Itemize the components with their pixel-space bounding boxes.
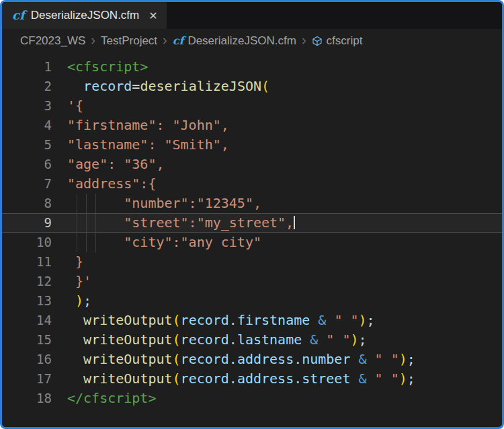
line-number[interactable]: 10 — [2, 233, 67, 252]
line-number[interactable]: 18 — [2, 389, 67, 408]
token-string: "firstname": "John", — [67, 117, 229, 133]
code-line[interactable]: 13 ); — [2, 291, 502, 311]
line-number[interactable]: 12 — [2, 272, 67, 291]
code-line[interactable]: 1<cfscript> — [2, 57, 502, 77]
code-text: "number":"12345", — [67, 194, 502, 213]
code-text: writeOutput(record.address.street & " ")… — [67, 369, 502, 389]
token-plain: ; — [83, 292, 91, 309]
breadcrumb-item-cf2023-ws[interactable]: CF2023_WS — [20, 34, 85, 48]
line-number[interactable]: 17 — [2, 369, 67, 389]
breadcrumb-item-deserializejson-cfm[interactable]: cfDeserializeJSON.cfm — [173, 34, 296, 48]
code-text: record=deserializeJSON( — [67, 77, 502, 96]
code-line[interactable]: 10 "city":"any city" — [2, 233, 502, 252]
token-function: writeOutput — [83, 312, 172, 328]
breadcrumb-separator-icon: › — [302, 33, 306, 46]
code-line[interactable]: 7"address":{ — [2, 174, 502, 194]
code-text: writeOutput(record.firstname & " "); — [67, 311, 502, 330]
code-text: "age": "36", — [67, 155, 502, 174]
indent-guide — [77, 233, 77, 252]
vscode-window: cf DeserializeJSON.cfm ✕ CF2023_WS›TestP… — [0, 0, 504, 429]
token-plain — [67, 370, 83, 387]
token-string: '{ — [67, 98, 83, 114]
token-plain — [350, 370, 358, 387]
token-plain — [302, 332, 310, 348]
coldfusion-icon: cf — [173, 36, 184, 46]
line-number[interactable]: 16 — [2, 350, 67, 369]
code-text: <cfscript> — [67, 57, 502, 77]
token-plain — [310, 312, 318, 328]
breadcrumb-item-testproject[interactable]: TestProject — [101, 34, 157, 48]
code-line[interactable]: 17 writeOutput(record.address.street & "… — [2, 369, 502, 389]
close-icon[interactable]: ✕ — [149, 9, 157, 22]
code-line[interactable]: 6"age": "36", — [2, 155, 502, 174]
token-tag: <cfscript> — [67, 58, 148, 75]
line-number[interactable]: 2 — [2, 77, 67, 96]
token-string: " " — [326, 332, 350, 348]
breadcrumb-label: DeserializeJSON.cfm — [187, 34, 296, 48]
token-function: writeOutput — [83, 351, 172, 367]
token-string: "address":{ — [67, 176, 156, 192]
line-number[interactable]: 6 — [2, 155, 67, 174]
code-text: ); — [67, 291, 502, 311]
token-plain: ; — [407, 351, 415, 367]
tab-deserializejson-cfm[interactable]: cf DeserializeJSON.cfm ✕ — [2, 2, 167, 29]
code-line[interactable]: 14 writeOutput(record.firstname & " "); — [2, 311, 502, 330]
code-line[interactable]: 8 "number":"12345", — [2, 194, 502, 213]
line-number[interactable]: 3 — [2, 96, 67, 116]
code-line[interactable]: 9 "street":"my_street", — [2, 213, 502, 233]
line-number[interactable]: 11 — [2, 252, 67, 272]
token-string: }' — [67, 273, 91, 289]
code-line[interactable]: 3'{ — [2, 96, 502, 116]
line-number[interactable]: 8 — [2, 194, 67, 213]
token-string: "street":"my_street", — [67, 214, 294, 231]
tab-label: DeserializeJSON.cfm — [31, 9, 140, 22]
code-text: "city":"any city" — [67, 233, 502, 252]
code-line[interactable]: 16 writeOutput(record.address.number & "… — [2, 350, 502, 369]
token-plain — [67, 312, 83, 328]
token-bracket: ( — [173, 351, 181, 367]
token-plain: = — [132, 78, 140, 94]
code-line[interactable]: 18</cfscript> — [2, 389, 502, 408]
code-text: "firstname": "John", — [67, 116, 502, 135]
code-text: "address":{ — [67, 174, 502, 194]
breadcrumb-item-cfscript[interactable]: cfscript — [312, 34, 363, 48]
token-bracket: ( — [173, 332, 181, 348]
token-plain — [318, 332, 326, 348]
token-operator: & — [359, 370, 367, 387]
token-bracket: ( — [173, 312, 181, 328]
token-operator: & — [318, 312, 326, 328]
editor[interactable]: 1<cfscript>2 record=deserializeJSON(3'{4… — [2, 53, 502, 408]
indent-guide — [86, 213, 87, 233]
token-plain — [67, 332, 83, 348]
code-line[interactable]: 11 } — [2, 252, 502, 272]
indent-guide — [86, 233, 87, 252]
line-number[interactable]: 7 — [2, 174, 67, 194]
text-cursor — [294, 216, 295, 229]
breadcrumb-separator-icon: › — [163, 33, 167, 46]
token-string: " " — [334, 312, 358, 328]
token-plain — [367, 351, 375, 367]
breadcrumb-label: TestProject — [101, 34, 157, 48]
code-line[interactable]: 12 }' — [2, 272, 502, 291]
code-line[interactable]: 2 record=deserializeJSON( — [2, 77, 502, 96]
line-number[interactable]: 1 — [2, 57, 67, 77]
token-string: "city":"any city" — [67, 234, 261, 250]
symbol-cube-icon — [312, 36, 323, 46]
line-number[interactable]: 15 — [2, 330, 67, 350]
line-number[interactable]: 9 — [2, 213, 67, 233]
token-operator: & — [310, 332, 318, 348]
token-bracket: ) — [399, 370, 407, 387]
token-plain — [367, 370, 375, 387]
line-number[interactable]: 14 — [2, 311, 67, 330]
token-bracket: ) — [359, 312, 367, 328]
token-plain: ; — [407, 370, 415, 387]
line-number[interactable]: 13 — [2, 291, 67, 311]
code-line[interactable]: 5"lastname": "Smith", — [2, 135, 502, 155]
code-line[interactable]: 15 writeOutput(record.lastname & " "); — [2, 330, 502, 350]
token-function: deserializeJSON — [140, 78, 261, 94]
line-number[interactable]: 5 — [2, 135, 67, 155]
line-number[interactable]: 4 — [2, 116, 67, 135]
tab-bar: cf DeserializeJSON.cfm ✕ — [2, 2, 502, 29]
indent-guide — [95, 194, 96, 213]
code-line[interactable]: 4"firstname": "John", — [2, 116, 502, 135]
